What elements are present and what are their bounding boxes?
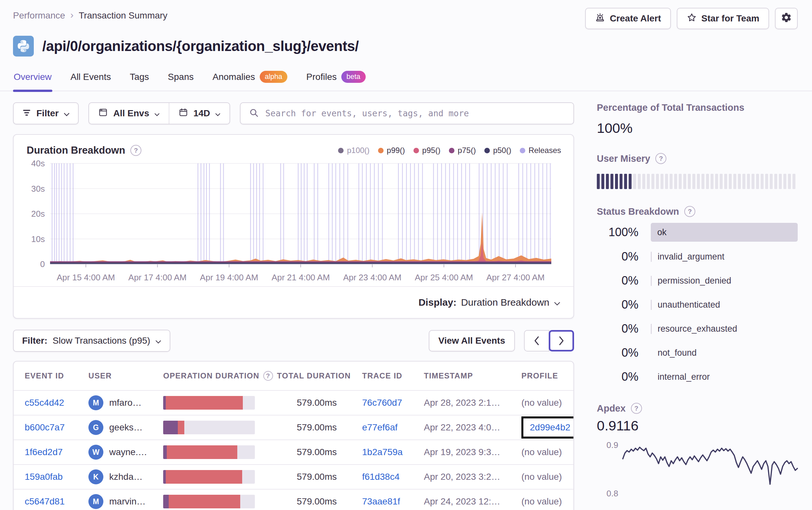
profile-value: (no value)	[521, 447, 573, 457]
trace-id-link[interactable]: 73aae81f	[362, 497, 424, 507]
search-icon	[249, 108, 259, 119]
user-misery-label: User Misery	[597, 153, 650, 164]
avatar: W	[88, 445, 104, 460]
event-id-link[interactable]: 159a0fab	[25, 472, 88, 482]
user-misery-section: User Misery ?	[597, 153, 798, 189]
star-for-team-button[interactable]: Star for Team	[677, 8, 769, 29]
table-row: c55c4d42 Mmfaro… 579.00ms 76c760d7 Apr 2…	[13, 390, 573, 415]
help-icon[interactable]: ?	[263, 371, 273, 381]
legend-p100[interactable]: p100()	[338, 146, 369, 155]
header-actions: Create Alert Star for Team	[585, 8, 798, 29]
status-row: 0% invalid_argument	[597, 247, 798, 266]
legend-p75[interactable]: p75()	[449, 146, 476, 155]
trace-id-link[interactable]: f61d38c4	[362, 472, 424, 482]
search-input[interactable]	[265, 109, 565, 118]
legend-p99[interactable]: p99()	[378, 146, 405, 155]
environment-picker[interactable]: All Envs	[89, 103, 168, 124]
breadcrumb-performance[interactable]: Performance	[13, 10, 65, 21]
svg-text:Apr 27 4:00 AM: Apr 27 4:00 AM	[486, 273, 545, 282]
next-page-button[interactable]	[549, 330, 574, 352]
events-filter-value: Slow Transactions (p95)	[53, 335, 150, 346]
date-range-label: 14D	[194, 108, 210, 119]
main-column: Filter All Envs	[13, 102, 574, 510]
avatar: K	[88, 470, 104, 484]
legend-dot	[413, 148, 419, 153]
event-id-link[interactable]: 1f6ed2d7	[25, 447, 88, 457]
timestamp: Apr 22, 2023 4:0…	[424, 422, 521, 433]
col-event-id: EVENT ID	[25, 371, 88, 380]
tab-all-events[interactable]: All Events	[70, 67, 112, 91]
event-id-link[interactable]: c55c4d42	[25, 398, 88, 408]
trace-id-link[interactable]: e77ef6af	[362, 422, 424, 433]
event-id-link[interactable]: b600c7a7	[25, 422, 88, 433]
help-icon[interactable]: ?	[655, 153, 666, 164]
col-timestamp: TIMESTAMP	[424, 371, 521, 380]
help-icon[interactable]: ?	[130, 145, 141, 156]
operation-duration-bar	[163, 396, 255, 410]
previous-page-button[interactable]	[524, 330, 549, 352]
col-profile: PROFILE	[521, 371, 573, 380]
window-icon	[98, 108, 108, 120]
tab-bar: Overview All Events Tags Spans Anomalies…	[0, 67, 812, 91]
operation-duration-bar	[163, 495, 255, 508]
avatar: M	[88, 395, 104, 410]
tab-profiles[interactable]: Profiles beta	[306, 67, 366, 91]
tab-spans[interactable]: Spans	[167, 67, 194, 91]
operation-duration-bar	[163, 445, 255, 459]
timestamp: Apr 19, 2023 9:3…	[424, 447, 521, 457]
chevron-down-icon	[155, 335, 161, 346]
profile-value: (no value)	[521, 472, 573, 482]
legend-releases[interactable]: Releases	[520, 146, 561, 155]
settings-button[interactable]	[775, 8, 798, 29]
total-duration: 579.00ms	[277, 447, 362, 457]
avatar: G	[88, 420, 104, 435]
display-label: Display:	[418, 297, 456, 308]
table-row: c5647d81 Mmarvin… 579.00ms 73aae81f Apr …	[13, 489, 573, 510]
table-row: 1f6ed2d7 Wwayne.… 579.00ms 1b2a759a Apr …	[13, 440, 573, 464]
trace-id-link[interactable]: 1b2a759a	[362, 447, 424, 457]
status-row: 0% resource_exhausted	[597, 320, 798, 338]
status-bar: ok	[651, 223, 798, 242]
svg-text:10s: 10s	[31, 234, 45, 244]
display-dropdown[interactable]: Display: Duration Breakdown	[418, 297, 560, 308]
tab-tags[interactable]: Tags	[129, 67, 149, 91]
tab-anomalies[interactable]: Anomalies alpha	[212, 67, 288, 91]
apdex-sparkline: 0.9 0.8	[597, 439, 798, 501]
summary-sidebar: Percentage of Total Transactions 100% Us…	[597, 102, 798, 510]
status-row: 0% unauthenticated	[597, 296, 798, 314]
operation-duration-bar	[163, 470, 255, 484]
status-breakdown-section: Status Breakdown ? 100% ok 0% invalid_ar…	[597, 206, 798, 386]
breadcrumb-current: Transaction Summary	[79, 10, 167, 21]
username: geeks…	[109, 422, 143, 433]
events-table: EVENT ID USER OPERATION DURATION ? TOTAL…	[13, 361, 574, 510]
svg-text:40s: 40s	[31, 159, 45, 168]
profile-link[interactable]: 2d99e4b2	[530, 422, 571, 432]
svg-text:Apr 23 4:00 AM: Apr 23 4:00 AM	[343, 273, 402, 282]
total-duration: 579.00ms	[277, 398, 362, 408]
timestamp: Apr 28, 2023 2:1…	[424, 398, 521, 408]
filter-icon	[22, 108, 31, 119]
view-all-events-label: View All Events	[438, 335, 505, 346]
date-range-picker[interactable]: 14D	[169, 103, 230, 124]
create-alert-button[interactable]: Create Alert	[585, 8, 671, 29]
filter-label: Filter	[36, 108, 59, 119]
chevron-down-icon	[215, 108, 221, 119]
legend-p95[interactable]: p95()	[413, 146, 440, 155]
user-misery-bar	[597, 174, 798, 189]
event-id-link[interactable]: c5647d81	[25, 497, 88, 507]
tab-overview[interactable]: Overview	[13, 67, 52, 91]
filter-dropdown[interactable]: Filter	[13, 102, 79, 124]
help-icon[interactable]: ?	[684, 206, 695, 217]
view-all-events-button[interactable]: View All Events	[429, 330, 515, 352]
slow-transactions-filter-dropdown[interactable]: Filter: Slow Transactions (p95)	[13, 330, 170, 352]
table-row: b600c7a7 Ggeeks… 579.00ms e77ef6af Apr 2…	[13, 415, 573, 440]
help-icon[interactable]: ?	[631, 403, 642, 414]
trace-id-link[interactable]: 76c760d7	[362, 398, 424, 408]
chart-legend: p100() p99() p95() p75()	[338, 146, 561, 155]
legend-p50[interactable]: p50()	[484, 146, 511, 155]
operation-duration-bar	[163, 421, 255, 434]
apdex-y-top: 0.9	[607, 440, 618, 450]
apdex-value: 0.9116	[597, 418, 798, 434]
total-transactions-label: Percentage of Total Transactions	[597, 102, 744, 113]
svg-text:Apr 25 4:00 AM: Apr 25 4:00 AM	[415, 273, 473, 282]
